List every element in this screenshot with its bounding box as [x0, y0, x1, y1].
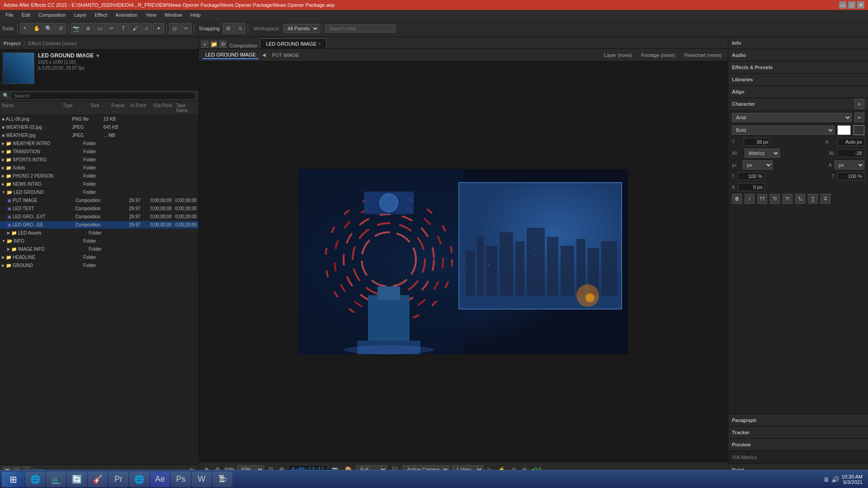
zoom-tool[interactable]: 🔍	[43, 23, 54, 34]
list-item[interactable]: ▼📂LED GROUND Folder	[0, 188, 198, 197]
menu-edit[interactable]: Edit	[18, 11, 34, 19]
taskbar-app-ie[interactable]: 🌐	[25, 472, 45, 487]
libraries-header[interactable]: Libraries	[728, 74, 868, 85]
taskbar-app-ae[interactable]: Ae	[150, 472, 170, 487]
character-expand-btn[interactable]: ≡	[854, 99, 864, 109]
comp-tab-led-ground-image[interactable]: LED GROUND IMAGE ≡	[260, 38, 326, 48]
select-tool[interactable]: ↖	[20, 23, 31, 34]
superscript-btn[interactable]: T²	[783, 194, 793, 204]
list-item[interactable]: ▶📁NEWS INTRO Folder	[0, 180, 198, 188]
subscript-btn[interactable]: T₂	[795, 194, 805, 204]
folder-nav-btn[interactable]: 📁	[210, 41, 217, 48]
workspace-select[interactable]: All Panels	[283, 24, 319, 33]
list-item[interactable]: ▶📁GROUND Folder	[0, 262, 198, 270]
bold-btn[interactable]: B	[732, 194, 742, 204]
list-item[interactable]: ▶📁PHONO 2 PERSON Folder	[0, 172, 198, 180]
auto-size-input[interactable]	[837, 138, 864, 146]
taskbar-app-ps[interactable]: Ps	[171, 472, 191, 487]
close-comp-btn[interactable]: ✕	[201, 41, 208, 48]
start-button[interactable]: ⊞	[2, 472, 24, 487]
taskbar-app-winamp[interactable]: 🎸	[88, 472, 108, 487]
viewer-tab-put-image[interactable]: PUT IMAGE	[269, 52, 302, 59]
list-item[interactable]: ▣PUT IMAGE Composition 29.97 0;00;00;00 …	[0, 197, 198, 205]
strikethrough-btn[interactable]: T	[821, 194, 830, 204]
list-item[interactable]: ▶📁WEATHER INTRO Folder	[0, 140, 198, 148]
tracker-header[interactable]: Tracker	[728, 427, 868, 438]
minimize-button[interactable]: —	[839, 1, 846, 9]
allcaps-btn[interactable]: TT	[757, 194, 767, 204]
italic-btn[interactable]: I	[745, 194, 755, 204]
maximize-button[interactable]: □	[848, 1, 855, 9]
preview-dropdown-icon[interactable]: ▼	[95, 53, 100, 58]
menu-layer[interactable]: Layer	[71, 11, 90, 19]
list-item[interactable]: ▣LED TEXT Composition 29.97 0;00;00;00 0…	[0, 205, 198, 213]
tab-close-icon[interactable]: ≡	[318, 42, 321, 46]
close-button[interactable]: ✕	[857, 1, 864, 9]
kerning-select[interactable]: Metrics Optical	[745, 149, 780, 158]
list-item[interactable]: ▼📂INFO Folder	[0, 237, 198, 245]
viewer-tab-footage[interactable]: Footage (none)	[638, 52, 678, 59]
list-item[interactable]: ■WEATHER-02.jpg JPEG 645 KB	[0, 123, 198, 131]
snap-toggle[interactable]: ⊞	[223, 23, 234, 34]
menu-window[interactable]: Window	[161, 11, 186, 19]
align-header[interactable]: Align	[728, 86, 868, 98]
viewer-tab-layer[interactable]: Layer (none)	[601, 52, 635, 59]
list-item[interactable]: ▶📁LED Assets Folder	[0, 229, 198, 237]
baseline-input[interactable]	[738, 183, 765, 191]
taskbar-app-word[interactable]: W	[192, 472, 212, 487]
rotate-tool[interactable]: ↺	[55, 23, 66, 34]
auto-lead-select[interactable]: px	[835, 160, 864, 169]
font-options-btn[interactable]: ✏	[854, 113, 864, 122]
taskbar-app-via[interactable]: 📺	[46, 472, 66, 487]
roto-tool[interactable]: ◎	[169, 23, 180, 34]
camera-tool[interactable]: 📷	[71, 23, 82, 34]
preview-header[interactable]: Preview	[728, 439, 868, 450]
font-style-select[interactable]: Bold Regular Italic	[732, 126, 835, 135]
search-help-input[interactable]	[325, 24, 396, 33]
menu-effect[interactable]: Effect	[91, 11, 111, 19]
h-scale-input[interactable]	[737, 172, 764, 180]
list-item[interactable]: ▶📁HEADLINE Folder	[0, 253, 198, 262]
menu-help[interactable]: Help	[187, 11, 204, 19]
list-item[interactable]: ■WEATHER.jpg JPEG ... MB	[0, 131, 198, 140]
v-scale-input[interactable]	[837, 172, 864, 180]
text-color-swatch[interactable]	[837, 125, 851, 135]
effects-presets-header[interactable]: Effects & Presets	[728, 61, 868, 73]
text-tool[interactable]: T	[118, 23, 129, 34]
list-item[interactable]: ▶📁IMAGE INFO Folder	[0, 245, 198, 253]
menu-file[interactable]: File	[2, 11, 17, 19]
menu-composition[interactable]: Composition	[35, 11, 70, 19]
underline-btn[interactable]: T	[808, 194, 818, 204]
clone-tool[interactable]: ⊂	[142, 23, 152, 34]
list-item[interactable]: ▶📁SPORTS INTRO Folder	[0, 156, 198, 164]
units-select[interactable]: px	[743, 160, 773, 169]
puppet-tool[interactable]: ✦	[153, 23, 164, 34]
taskbar-app-chrome[interactable]: 🌐	[129, 472, 149, 487]
taskbar-app-switch[interactable]: 🔄	[67, 472, 87, 487]
smallcaps-btn[interactable]: Tr	[770, 194, 780, 204]
taskbar-app-premiere[interactable]: Pr	[108, 472, 128, 487]
viewer-tab-led-ground[interactable]: LED GROUND IMAGE	[203, 51, 259, 59]
list-item[interactable]: ▣LED GRO...EXT Composition 29.97 0;00;00…	[0, 213, 198, 221]
brush-tool[interactable]: 🖌	[130, 23, 141, 34]
anchor-tool[interactable]: ⊕	[83, 23, 94, 34]
list-item[interactable]: ■ALL-06.png PNG file 23 KB	[0, 115, 198, 123]
settings-nav-btn[interactable]: ⚙	[219, 41, 226, 48]
menu-view[interactable]: View	[142, 11, 160, 19]
tray-network[interactable]: 🖥	[823, 476, 830, 483]
paragraph-header[interactable]: Paragraph	[728, 414, 868, 426]
list-item[interactable]: ▶📁Solids Folder	[0, 164, 198, 172]
hand-tool[interactable]: ✋	[32, 23, 42, 34]
viewer-tab-flowchart[interactable]: Flowchart (none)	[681, 52, 724, 59]
viewer-tab-arrow[interactable]: ◀	[262, 52, 266, 57]
list-item[interactable]: ▣LED GRO...GE Composition 29.97 0;00;00;…	[0, 221, 198, 229]
menu-animation[interactable]: Animation	[112, 11, 141, 19]
search-input[interactable]	[11, 92, 196, 100]
snap-options[interactable]: ≡	[235, 23, 245, 34]
character-header[interactable]: Character ≡	[728, 98, 868, 110]
list-item[interactable]: ▶📁TRANSITION Folder	[0, 148, 198, 156]
shape-tool[interactable]: ▭	[94, 23, 105, 34]
pen-tool[interactable]: ✏	[106, 23, 117, 34]
info-header[interactable]: Info	[728, 37, 868, 49]
tracking-input[interactable]	[837, 149, 864, 157]
